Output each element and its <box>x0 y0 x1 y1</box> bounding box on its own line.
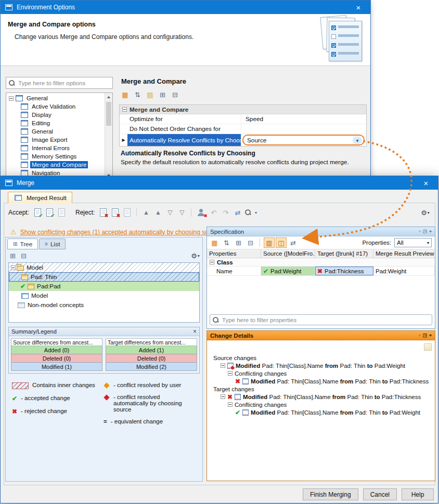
env-close-button[interactable]: × <box>351 1 366 14</box>
combo-caret-icon[interactable]: ▾ <box>353 136 362 144</box>
tab-tree[interactable]: ⊞ Tree <box>7 238 38 249</box>
env-tree-scrollbar[interactable] <box>105 93 112 179</box>
accept-change-icon[interactable]: ✔ <box>34 208 41 217</box>
scroll-thumb[interactable] <box>106 102 111 126</box>
previous-change-button[interactable]: ▲ <box>140 207 151 218</box>
show-source-target-columns-icon[interactable]: ▥ <box>264 237 275 248</box>
collapse-all-icon[interactable]: ⊟ <box>245 237 256 248</box>
expander-icon[interactable] <box>9 96 14 101</box>
expander-icon[interactable] <box>221 394 225 399</box>
change-line[interactable]: ✖Modified Pad: Thin[Class].Name from Pad… <box>210 393 433 401</box>
show-description-icon[interactable]: ▤ <box>145 89 156 100</box>
spec-cell-property[interactable]: Name <box>207 267 261 275</box>
undo-icon[interactable]: ↶ <box>208 207 219 218</box>
accept-non-conflicting-icon[interactable]: ✔ <box>46 208 53 217</box>
expander-icon[interactable] <box>221 363 225 368</box>
clear-user-resolution-icon[interactable]: ✖ <box>197 208 205 217</box>
change-line[interactable]: Source changes <box>210 354 433 362</box>
spec-column-header[interactable]: Source ([ModelFro... <box>261 249 315 258</box>
merge-close-button[interactable]: × <box>419 176 433 190</box>
cancel-button[interactable]: Cancel <box>363 488 397 500</box>
spec-group-row[interactable]: Class <box>207 258 435 267</box>
env-tree-item[interactable]: Memory Settings <box>6 152 112 161</box>
expand-all-icon[interactable]: ⊞ <box>157 89 168 100</box>
env-tree-item[interactable]: Active Validation <box>6 102 112 111</box>
next-change-button[interactable]: ▽ <box>164 207 175 218</box>
compare-changes-icon[interactable]: ⇄ <box>232 207 243 218</box>
expand-all-icon[interactable]: ⊞ <box>7 251 18 261</box>
finish-merging-button[interactable]: Finish Merging <box>303 488 358 500</box>
float-icon[interactable]: ◳ <box>422 229 427 234</box>
merge-tree-item[interactable]: Model <box>9 263 199 272</box>
show-differences-icon[interactable]: ⇄ <box>288 237 299 248</box>
spec-column-header[interactable]: Properties <box>207 249 261 258</box>
change-line[interactable]: ✖Modified Pad: Thin[Class].Name from Pad… <box>210 377 433 385</box>
env-tree-root[interactable]: General <box>6 94 112 102</box>
env-titlebar[interactable]: Environment Options × <box>1 1 370 14</box>
env-filter-input[interactable]: Type here to filter options <box>6 77 113 89</box>
conflicting-changes-link-text[interactable]: Show conflicting changes (1) accepted au… <box>20 229 221 236</box>
help-button[interactable]: Help <box>402 488 434 500</box>
spec-cell-preview[interactable]: Pad:Weight <box>373 267 435 275</box>
quick-diff-button[interactable]: ▾ <box>244 207 255 218</box>
close-icon[interactable]: × <box>193 328 197 335</box>
property-group-header[interactable]: Merge and Compare <box>120 105 366 114</box>
env-tree-item[interactable]: Image Export <box>6 136 112 144</box>
source-combo[interactable]: Source▾ <box>242 135 365 145</box>
spec-filter-input[interactable]: Type here to filter properties <box>210 314 432 325</box>
previous-conflict-button[interactable]: ▲ <box>152 207 163 218</box>
categorized-view-icon[interactable]: ▦ <box>120 89 131 100</box>
minimize-icon[interactable]: ▫ <box>419 229 420 234</box>
property-row[interactable]: ▶Automatically Resolve Conflicts by Choo… <box>120 134 366 146</box>
change-line[interactable]: Target changes <box>210 385 433 393</box>
spec-cell-source[interactable]: ✔Pad:Weight <box>261 267 315 275</box>
pin-icon[interactable]: ⌖ <box>429 333 432 338</box>
spec-column-header[interactable]: Target ([trunk] #17) <box>315 249 373 258</box>
expand-all-icon[interactable]: ⊞ <box>233 237 244 248</box>
properties-filter-select[interactable]: All ▾ <box>394 238 432 247</box>
show-merge-preview-icon[interactable]: ◫ <box>276 237 287 248</box>
change-line[interactable]: Conflicting changes <box>210 401 433 408</box>
merge-tree-item[interactable]: ✔Pad:Pad <box>9 282 199 291</box>
env-tree-item[interactable]: Merge and Compare <box>6 161 112 169</box>
float-icon[interactable]: ◳ <box>422 333 427 338</box>
next-conflict-button[interactable]: ▽ <box>176 207 187 218</box>
merge-options-button[interactable]: ⚙▾ <box>420 207 431 218</box>
conflicting-changes-link[interactable]: ⚠ Show conflicting changes (1) accepted … <box>10 228 221 236</box>
merge-tree-item[interactable]: Non-model concepts <box>9 300 199 310</box>
property-value[interactable] <box>241 124 366 134</box>
expander-icon[interactable] <box>11 266 16 270</box>
collapse-all-icon[interactable]: ⊟ <box>170 89 180 100</box>
accept-all-icon[interactable] <box>58 208 65 217</box>
change-line[interactable]: ✔Modified Pad: Thin[Class].Name from Pad… <box>210 408 433 416</box>
sort-alphabetically-icon[interactable]: ⇅ <box>221 237 232 248</box>
sort-alphabetically-icon[interactable]: ⇅ <box>132 89 143 100</box>
expander-icon[interactable] <box>228 371 233 376</box>
property-row[interactable]: Do Not Detect Order Changes for <box>120 124 366 134</box>
env-tree-item[interactable]: Internal Errors <box>6 144 112 152</box>
expander-icon[interactable] <box>122 107 127 112</box>
redo-icon[interactable]: ↷ <box>220 207 231 218</box>
categorized-view-icon[interactable]: ▦ <box>209 237 220 248</box>
tree-options-button[interactable]: ⚙▾ <box>190 251 201 261</box>
expander-icon[interactable] <box>210 260 214 264</box>
env-tree-item[interactable]: General <box>6 127 112 136</box>
env-tree-item[interactable]: Display <box>6 111 112 119</box>
reject-change-icon[interactable]: ✖ <box>100 208 107 217</box>
tab-merged-result[interactable]: Merged Result <box>8 192 72 203</box>
change-line[interactable]: Modified Pad: Thin[Class].Name from Pad:… <box>210 362 433 369</box>
merge-titlebar[interactable]: Merge × <box>1 176 438 190</box>
scroll-up-button[interactable] <box>105 93 112 101</box>
reject-non-conflicting-icon[interactable]: ✖ <box>112 208 119 217</box>
env-tree-item[interactable]: Editing <box>6 119 112 127</box>
reject-all-icon[interactable] <box>124 208 131 217</box>
collapse-all-icon[interactable]: ⊟ <box>18 251 29 261</box>
property-row[interactable]: Optimize forSpeed <box>120 114 366 124</box>
merge-tree-item[interactable]: Model <box>9 291 199 300</box>
pin-icon[interactable]: ⌖ <box>429 229 432 234</box>
property-value[interactable]: Source▾ <box>241 134 366 146</box>
details-options-icon[interactable] <box>424 343 432 351</box>
tab-list[interactable]: ≡ List <box>39 238 66 249</box>
expander-icon[interactable] <box>228 402 233 407</box>
change-line[interactable]: Conflicting changes <box>210 369 433 377</box>
